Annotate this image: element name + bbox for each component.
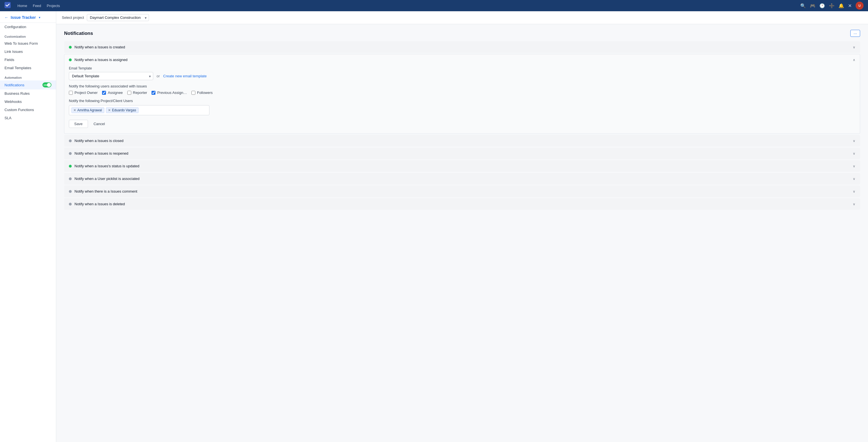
status-dot-deleted [69, 203, 72, 206]
svg-rect-0 [4, 2, 11, 8]
sidebar-chevron-icon[interactable]: ▾ [39, 16, 40, 20]
notif-row-closed[interactable]: Notify when a Issues is closed ∨ [64, 135, 860, 146]
bell-icon[interactable]: 🔔 [838, 3, 844, 8]
close-icon[interactable]: ✕ [848, 3, 852, 8]
nav-projects[interactable]: Projects [46, 4, 60, 8]
nav-left: Home Feed Projects [4, 2, 60, 9]
main-topbar: Select project Daymart Complex Construct… [56, 11, 868, 24]
status-dot-reopened [69, 152, 72, 155]
notify-project-label: Notify the following Project/Client User… [69, 99, 855, 103]
section-header: Notifications ··· [64, 30, 860, 37]
chevron-up-icon-assigned: ∧ [853, 58, 855, 62]
notif-label-comment: Notify when there is a Issues comment [74, 189, 137, 194]
nav-feed[interactable]: Feed [33, 4, 41, 8]
followers-checkbox[interactable] [191, 91, 195, 95]
notif-label-deleted: Notify when a Issues is deleted [74, 202, 125, 206]
cancel-button[interactable]: Cancel [90, 120, 108, 128]
reporter-checkbox[interactable] [127, 91, 131, 95]
notifications-content: Notifications ··· Notify when a Issues i… [56, 24, 868, 215]
notif-label-reopened: Notify when a Issues is reopened [74, 151, 128, 155]
sidebar-item-webhooks[interactable]: Webhooks [0, 97, 56, 106]
checkbox-assignee[interactable]: Assignee [102, 91, 123, 95]
previous-assignee-checkbox[interactable] [152, 91, 155, 95]
checkbox-previous-assignee[interactable]: Previous Assign… [152, 91, 187, 95]
project-select[interactable]: Daymart Complex Construction [87, 14, 149, 21]
sidebar-item-business-rules[interactable]: Business Rules [0, 89, 56, 97]
sidebar-item-link-issues[interactable]: Link Issues [0, 48, 56, 56]
nav-links: Home Feed Projects [18, 4, 60, 8]
nav-right: 🔍 🎮 🕐 ➕ 🔔 ✕ U [800, 2, 864, 9]
notif-label-assigned: Notify when a Issues is assigned [74, 58, 128, 62]
main-content: Select project Daymart Complex Construct… [56, 11, 868, 442]
notif-label-user-picklist: Notify when a User picklist is associate… [74, 177, 140, 181]
sidebar-item-sla[interactable]: SLA [0, 114, 56, 122]
checkbox-followers[interactable]: Followers [191, 91, 213, 95]
sidebar-section-automation: Automation [0, 72, 56, 81]
more-options-button[interactable]: ··· [850, 30, 860, 37]
notifications-toggle[interactable]: ON [42, 82, 52, 87]
notif-row-assigned-header[interactable]: Notify when a Issues is assigned ∧ [69, 58, 855, 62]
sidebar-item-notifications[interactable]: Notifications ON [0, 81, 56, 89]
section-title: Notifications [64, 31, 93, 36]
chevron-down-icon-closed: ∨ [853, 139, 855, 143]
email-template-inline: Default Template or Create new email tem… [69, 72, 855, 80]
or-text: or [157, 74, 160, 78]
chevron-down-icon-deleted: ∨ [853, 202, 855, 206]
notification-list: Notify when a Issues is created ∨ Notify… [64, 41, 860, 210]
sidebar-item-custom-functions[interactable]: Custom Functions [0, 106, 56, 114]
status-dot-created [69, 46, 72, 49]
notify-project-row: Notify the following Project/Client User… [69, 99, 855, 115]
checkbox-reporter[interactable]: Reporter [127, 91, 147, 95]
app-layout: ← Issue Tracker ▾ Configuration Customiz… [0, 11, 868, 442]
chevron-down-icon-user-picklist: ∨ [853, 177, 855, 181]
plus-icon[interactable]: ➕ [829, 3, 835, 8]
notif-expanded-form: Email Template Default Template or Creat… [69, 62, 855, 130]
notif-row-user-picklist[interactable]: Notify when a User picklist is associate… [64, 173, 860, 184]
email-template-label: Email Template [69, 66, 855, 70]
notify-users-checkboxes: Project Owner Assignee Reporter [69, 91, 855, 95]
project-select-wrapper: Daymart Complex Construction [87, 14, 149, 21]
sidebar-item-configuration[interactable]: Configuration [0, 23, 56, 31]
notif-row-deleted[interactable]: Notify when a Issues is deleted ∨ [64, 198, 860, 210]
checkbox-project-owner[interactable]: Project Owner [69, 91, 97, 95]
notify-users-label: Notify the following users associated wi… [69, 84, 855, 88]
project-owner-checkbox[interactable] [69, 91, 73, 95]
nav-home[interactable]: Home [18, 4, 27, 8]
assignee-checkbox[interactable] [102, 91, 106, 95]
email-template-row: Email Template Default Template or Creat… [69, 66, 855, 80]
status-dot-comment [69, 190, 72, 193]
email-template-select[interactable]: Default Template [69, 72, 153, 80]
project-users-field[interactable]: ✕ Amritha Agrawal ✕ Eduardo Vargas [69, 105, 209, 115]
chevron-down-icon-status-updated: ∨ [853, 164, 855, 168]
remove-amritha-button[interactable]: ✕ [73, 108, 76, 112]
create-template-link[interactable]: Create new email template [163, 74, 207, 78]
chevron-down-icon-comment: ∨ [853, 189, 855, 194]
user-tag-amritha: ✕ Amritha Agrawal [71, 108, 104, 113]
app-logo [4, 2, 11, 9]
status-dot-closed [69, 140, 72, 142]
sidebar-header: ← Issue Tracker ▾ [0, 11, 56, 23]
sidebar-item-web-to-issues[interactable]: Web To Issues Form [0, 39, 56, 48]
sidebar-section-customization: Customization [0, 31, 56, 39]
chevron-down-icon-reopened: ∨ [853, 152, 855, 155]
sidebar-item-email-templates[interactable]: Email Templates [0, 64, 56, 72]
notif-label-created: Notify when a Issues is created [74, 45, 125, 49]
remove-eduardo-button[interactable]: ✕ [108, 108, 111, 112]
user-tag-eduardo: ✕ Eduardo Vargas [106, 108, 138, 113]
notif-row-created[interactable]: Notify when a Issues is created ∨ [64, 41, 860, 53]
sidebar: ← Issue Tracker ▾ Configuration Customiz… [0, 11, 56, 442]
status-dot-status-updated [69, 165, 72, 168]
sidebar-back-button[interactable]: ← [4, 15, 8, 20]
clock-icon[interactable]: 🕐 [819, 3, 825, 8]
chevron-down-icon-created: ∨ [853, 45, 855, 49]
gamepad-icon[interactable]: 🎮 [810, 3, 815, 8]
notif-label-status-updated: Notify when a Issues's status is updated [74, 164, 140, 168]
notif-row-comment[interactable]: Notify when there is a Issues comment ∨ [64, 185, 860, 197]
user-avatar[interactable]: U [856, 2, 864, 9]
search-icon[interactable]: 🔍 [800, 3, 806, 8]
notif-row-status-updated[interactable]: Notify when a Issues's status is updated… [64, 160, 860, 172]
sidebar-item-fields[interactable]: Fields [0, 56, 56, 64]
save-button[interactable]: Save [69, 120, 88, 128]
notify-users-row: Notify the following users associated wi… [69, 84, 855, 95]
notif-row-reopened[interactable]: Notify when a Issues is reopened ∨ [64, 148, 860, 159]
